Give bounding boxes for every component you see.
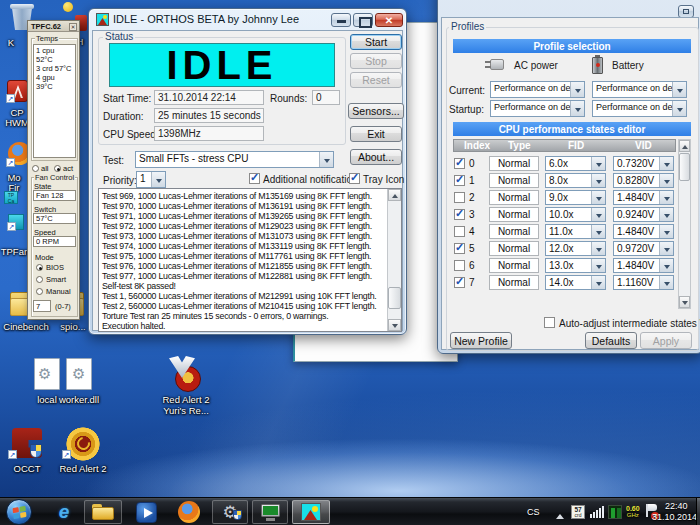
start-button[interactable]: Start: [350, 34, 402, 50]
redalert2-icon[interactable]: ↗: [64, 426, 102, 462]
redalert2-yuri-icon[interactable]: [167, 356, 205, 394]
state-fid-dropdown[interactable]: 12.0x: [545, 241, 606, 256]
state-checkbox[interactable]: [454, 277, 465, 288]
chevron-down-icon[interactable]: [570, 82, 584, 97]
sensors-button[interactable]: Sensors...: [348, 103, 404, 119]
stop-button[interactable]: Stop: [350, 53, 402, 69]
chevron-down-icon[interactable]: [659, 174, 673, 187]
auto-adjust-checkbox[interactable]: [544, 317, 555, 328]
cinebench-label[interactable]: Cinebench: [0, 322, 52, 332]
radio-smart[interactable]: [36, 276, 43, 283]
chevron-down-icon[interactable]: [591, 259, 605, 272]
chevron-down-icon[interactable]: [659, 276, 673, 289]
radio-manual[interactable]: [36, 288, 43, 295]
tpfan-label[interactable]: TPFan: [0, 247, 30, 257]
rmclock-titlebar[interactable]: [438, 0, 700, 6]
chevron-down-icon[interactable]: [659, 225, 673, 238]
state-vid-dropdown[interactable]: 1.1160V: [613, 275, 674, 290]
chevron-down-icon[interactable]: [591, 208, 605, 221]
scroll-up-icon[interactable]: [679, 140, 690, 152]
state-checkbox[interactable]: [454, 243, 465, 254]
tray-icon-checkbox[interactable]: [349, 173, 360, 184]
radio-all[interactable]: [32, 165, 39, 172]
chevron-down-icon[interactable]: [659, 157, 673, 170]
tpfan-shortcut-icon[interactable]: ↗: [8, 214, 24, 230]
chevron-down-icon[interactable]: [659, 191, 673, 204]
exit-button[interactable]: Exit: [350, 126, 402, 142]
chevron-down-icon[interactable]: [591, 276, 605, 289]
minimize-button[interactable]: [331, 13, 351, 27]
scroll-down-icon[interactable]: [679, 296, 690, 308]
maximize-button[interactable]: [353, 13, 373, 27]
tray-temp-icon[interactable]: 57 crd: [571, 505, 585, 519]
chevron-down-icon[interactable]: [659, 242, 673, 255]
taskbar-orthos-button[interactable]: [292, 500, 330, 524]
redalert2-label[interactable]: Red Alert 2: [54, 464, 112, 474]
hwmonitor-icon[interactable]: ↗: [7, 80, 28, 102]
state-vid-dropdown[interactable]: 1.4840V: [613, 258, 674, 273]
state-fid-dropdown[interactable]: 13.0x: [545, 258, 606, 273]
radio-act[interactable]: [54, 165, 61, 172]
tray-frequency-indicator[interactable]: 0.60 GHz: [626, 505, 640, 518]
mode-input[interactable]: 7: [33, 300, 51, 312]
startup-ac-dropdown[interactable]: Performance on demand: [490, 100, 585, 117]
log-output[interactable]: Test 969, 1000 Lucas-Lehmer iterations o…: [98, 188, 402, 332]
taskbar-gear-app-button[interactable]: ⚙: [212, 500, 248, 524]
state-vid-dropdown[interactable]: 0.9240V: [613, 207, 674, 222]
redalert2-yuri-label-line1[interactable]: Red Alert 2: [155, 395, 217, 405]
additional-notification-checkbox[interactable]: [249, 173, 260, 184]
clock-date[interactable]: 31.10.2014: [652, 512, 697, 522]
current-ac-dropdown[interactable]: Performance on demand: [490, 81, 585, 98]
chevron-down-icon[interactable]: [591, 174, 605, 187]
chevron-down-icon[interactable]: [591, 242, 605, 255]
occt-label[interactable]: OCCT: [8, 464, 46, 474]
spio-folder-label[interactable]: spio...: [56, 322, 90, 332]
scrollbar-thumb[interactable]: [388, 287, 401, 309]
local-file-icon[interactable]: ⚙: [34, 358, 60, 390]
taskbar-ie-button[interactable]: e: [48, 500, 80, 524]
apply-button[interactable]: Apply: [640, 332, 692, 349]
state-vid-dropdown[interactable]: 1.4840V: [613, 190, 674, 205]
clock-time[interactable]: 22:40: [665, 501, 688, 511]
taskbar-firefox-button[interactable]: [172, 500, 206, 524]
state-fid-dropdown[interactable]: 11.0x: [545, 224, 606, 239]
startup-battery-dropdown[interactable]: Performance on demand: [592, 100, 687, 117]
worker-dll-label[interactable]: worker.dll: [52, 395, 106, 405]
tpfc-close-icon[interactable]: ✕: [69, 23, 77, 31]
orthos-titlebar[interactable]: IDLE - ORTHOS BETA by Johnny Lee: [89, 9, 406, 30]
chevron-down-icon[interactable]: [591, 225, 605, 238]
taskbar-wmp-button[interactable]: [130, 500, 162, 524]
state-checkbox[interactable]: [454, 209, 465, 220]
worker-dll-icon[interactable]: ⚙: [66, 358, 92, 390]
occt-icon[interactable]: ↗: [10, 428, 44, 460]
chevron-down-icon[interactable]: [591, 191, 605, 204]
priority-dropdown[interactable]: 1: [136, 171, 166, 188]
chevron-down-icon[interactable]: [591, 157, 605, 170]
new-profile-button[interactable]: New Profile: [450, 332, 512, 349]
chevron-down-icon[interactable]: [672, 101, 686, 116]
state-fid-dropdown[interactable]: 8.0x: [545, 173, 606, 188]
chevron-down-icon[interactable]: [319, 152, 333, 167]
chevron-down-icon[interactable]: [659, 208, 673, 221]
state-checkbox[interactable]: [454, 192, 465, 203]
tray-cpu-monitor-icon[interactable]: [608, 505, 622, 519]
radio-bios[interactable]: [36, 264, 43, 271]
reset-button[interactable]: Reset: [350, 72, 402, 88]
language-indicator[interactable]: CS: [527, 507, 540, 517]
taskbar-explorer-button[interactable]: [84, 500, 122, 524]
state-vid-dropdown[interactable]: 1.4840V: [613, 224, 674, 239]
recycle-bin-label[interactable]: K: [0, 38, 22, 48]
chevron-down-icon[interactable]: [659, 259, 673, 272]
chevron-down-icon[interactable]: [672, 82, 686, 97]
redalert2-yuri-label-line2[interactable]: Yuri's Re...: [158, 406, 214, 416]
chevron-down-icon[interactable]: [570, 101, 584, 116]
state-vid-dropdown[interactable]: 0.9720V: [613, 241, 674, 256]
state-checkbox[interactable]: [454, 226, 465, 237]
state-checkbox[interactable]: [454, 158, 465, 169]
state-fid-dropdown[interactable]: 10.0x: [545, 207, 606, 222]
close-button[interactable]: [375, 13, 403, 27]
tray-expand-icon[interactable]: [556, 510, 564, 519]
scroll-down-icon[interactable]: [388, 319, 401, 331]
state-fid-dropdown[interactable]: 9.0x: [545, 190, 606, 205]
taskbar-rmclock-button[interactable]: [252, 500, 288, 524]
